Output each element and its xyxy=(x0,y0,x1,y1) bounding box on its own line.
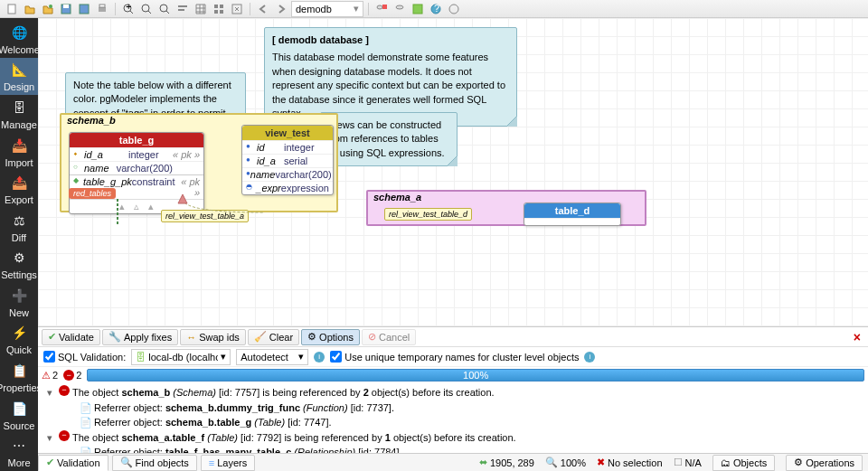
autodetect-dropdown[interactable]: Autodetect▾ xyxy=(236,349,308,365)
validate-button[interactable]: ✔Validate xyxy=(42,329,100,345)
tree-text: Referrer object: schema_b.dummy_trig_fun… xyxy=(94,400,394,416)
save-icon[interactable] xyxy=(58,2,74,16)
sidebar-item-new[interactable]: ➕New xyxy=(0,283,38,321)
svg-rect-14 xyxy=(220,5,223,8)
col-icon: ● xyxy=(246,142,257,153)
table-header: table_d xyxy=(524,203,620,218)
svg-point-10 xyxy=(160,5,167,12)
sidebar-item-design[interactable]: 📐Design xyxy=(0,58,38,96)
clear-button[interactable]: 🧹Clear xyxy=(248,329,299,345)
sidebar-item-manage[interactable]: 🗄Manage xyxy=(0,95,38,133)
open-icon[interactable] xyxy=(22,2,38,16)
export-icon: 📤 xyxy=(9,173,29,193)
grid-5-icon[interactable] xyxy=(211,2,227,16)
recent-icon[interactable] xyxy=(40,2,56,16)
tree-row[interactable]: 📄Referrer object: schema_b.table_g (Tabl… xyxy=(42,415,864,430)
tree-toggle-icon[interactable]: ▾ xyxy=(47,385,56,400)
tree-row[interactable]: 📄Referrer object: table_f_has_many_table… xyxy=(42,445,864,453)
expand-icon[interactable] xyxy=(229,2,245,16)
sidebar-item-more[interactable]: ⋯More xyxy=(0,433,38,471)
validation-tree[interactable]: ▾−The object schema_b (Schema) [id: 7757… xyxy=(38,383,868,453)
tree-row[interactable]: 📄Referrer object: schema_b.dummy_trig_fu… xyxy=(42,400,864,416)
note-views[interactable]: Views can be constructed from references… xyxy=(320,112,458,166)
sidebar-item-export[interactable]: 📤Export xyxy=(0,170,38,208)
sql-validation-checkbox[interactable]: SQL Validation: xyxy=(43,351,126,363)
table-d[interactable]: table_d xyxy=(524,203,621,226)
sidebar-item-welcome[interactable]: 🌐Welcome xyxy=(0,20,38,58)
svg-rect-6 xyxy=(99,5,105,7)
manage-icon: 🗄 xyxy=(9,98,29,118)
note-text: Views can be constructed from references… xyxy=(328,118,449,160)
info-icon[interactable]: i xyxy=(584,352,595,363)
svg-rect-5 xyxy=(99,7,106,12)
warning-count: ⚠2 xyxy=(42,370,58,382)
rel-label-1[interactable]: rel_view_test_table_a xyxy=(161,210,249,222)
svg-rect-21 xyxy=(413,5,422,14)
validation-subbar: SQL Validation: 🗄local-db (localhost:5▾ … xyxy=(38,347,868,367)
sidebar-item-quick[interactable]: ⚡Quick xyxy=(0,321,38,359)
sidebar-item-properties[interactable]: 📋Properties xyxy=(0,358,38,396)
unique-names-checkbox[interactable]: Use unique temporary names for cluster l… xyxy=(330,351,579,363)
svg-text:+: + xyxy=(126,3,131,12)
apply-fixes-button[interactable]: 🔧Apply fixes xyxy=(102,329,178,345)
sidebar-item-source[interactable]: 📄Source xyxy=(0,396,38,434)
help-icon[interactable]: ? xyxy=(428,2,444,16)
print-icon[interactable] xyxy=(94,2,110,16)
bottom-bar: ✔Validation 🔍Find objects ≡Layers ⬌1905,… xyxy=(38,453,868,471)
progress-bar: 100% xyxy=(87,369,864,382)
db-remove-icon[interactable] xyxy=(373,2,390,16)
svg-point-1 xyxy=(49,5,52,8)
metadata-icon[interactable] xyxy=(410,2,426,16)
tree-text: The object schema_b (Schema) [id: 7757] … xyxy=(72,385,495,400)
tab-layers[interactable]: ≡Layers xyxy=(201,455,255,471)
grid-on-icon[interactable] xyxy=(193,2,209,16)
swap-ids-button[interactable]: ↔Swap ids xyxy=(180,329,246,345)
note-text: This database model demonstrate some fea… xyxy=(272,51,509,120)
db-selector-dropdown[interactable]: demodb▾ xyxy=(291,1,363,17)
rel-label-2[interactable]: rel_view_test_table_d xyxy=(384,208,472,221)
info-icon[interactable]: i xyxy=(314,352,325,363)
quick-icon: ⚡ xyxy=(9,323,29,343)
align-icon[interactable] xyxy=(175,2,191,16)
nav-next-icon[interactable] xyxy=(273,2,289,16)
more-icon: ⋯ xyxy=(9,436,29,456)
db2-icon[interactable] xyxy=(392,2,408,16)
import-icon: 📥 xyxy=(9,136,29,155)
sidebar-item-import[interactable]: 📥Import xyxy=(0,133,38,171)
note-title: [ demodb database ] xyxy=(272,33,509,47)
new-file-icon[interactable] xyxy=(4,2,20,16)
tree-row[interactable]: ▾−The object schema_b (Schema) [id: 7757… xyxy=(42,385,864,400)
tree-toggle-icon[interactable]: ▾ xyxy=(47,430,56,446)
tag-red-tables[interactable]: red_tables xyxy=(69,188,116,199)
view-test[interactable]: view_test ●idinteger ●id_aserial ●nameva… xyxy=(241,125,334,195)
globe-icon: 🌐 xyxy=(9,23,29,42)
schema-label: schema_a xyxy=(373,192,421,203)
zoom-out-icon[interactable] xyxy=(138,2,155,16)
operations-button[interactable]: ⚙Operations xyxy=(786,455,863,471)
cancel-button[interactable]: ⊘Cancel xyxy=(362,329,416,345)
tree-text: Referrer object: table_f_has_many_table_… xyxy=(94,445,402,453)
tab-validation[interactable]: ✔Validation xyxy=(38,455,108,471)
source-icon: 📄 xyxy=(9,399,29,419)
sidebar-item-diff[interactable]: ⚖Diff xyxy=(0,208,38,246)
bug-icon[interactable] xyxy=(446,2,462,16)
key-icon: ⬥ xyxy=(73,149,84,160)
doc-icon: 📄 xyxy=(80,400,92,416)
close-icon[interactable]: × xyxy=(850,330,864,344)
tree-row[interactable]: ▾−The object schema_a.table_f (Table) [i… xyxy=(42,430,864,446)
tree-text: Referrer object: schema_b.table_g (Table… xyxy=(94,415,332,430)
tab-find-objects[interactable]: 🔍Find objects xyxy=(112,455,197,471)
design-canvas[interactable]: Note the table below with a different co… xyxy=(38,18,868,326)
svg-text:?: ? xyxy=(434,3,439,14)
connection-dropdown[interactable]: 🗄local-db (localhost:5▾ xyxy=(131,349,231,365)
zoom-in-icon[interactable]: + xyxy=(120,2,137,16)
top-toolbar: + demodb▾ ? xyxy=(0,0,868,18)
status-zoom: 🔍100% xyxy=(545,457,586,468)
options-button[interactable]: ⚙Options xyxy=(301,329,360,345)
zoom-fit-icon[interactable] xyxy=(156,2,173,16)
sidebar-item-settings[interactable]: ⚙Settings xyxy=(0,245,38,283)
objects-button[interactable]: 🗂Objects xyxy=(712,455,775,471)
table-g[interactable]: table_g ⬥id_ainteger« pk » ○namevarchar(… xyxy=(69,132,204,214)
save-as-icon[interactable] xyxy=(76,2,92,16)
nav-prev-icon[interactable] xyxy=(255,2,271,16)
